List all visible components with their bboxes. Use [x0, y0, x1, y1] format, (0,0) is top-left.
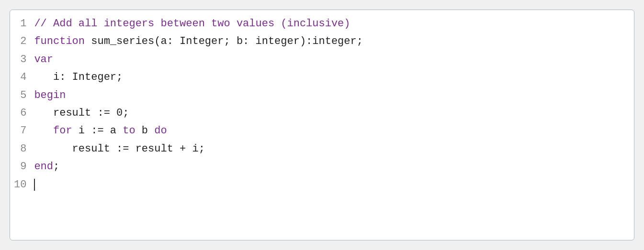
line-content-4: i: Integer; [34, 68, 634, 86]
line-number-8: 8 [10, 140, 34, 158]
keyword-begin: begin [34, 89, 66, 101]
keyword-do: do [154, 125, 167, 137]
code-text: sum_series(a: Integer; b: integer):integ… [85, 35, 363, 47]
code-text: ; [53, 161, 59, 173]
code-text: i := a [72, 125, 123, 137]
code-text [34, 125, 53, 137]
code-line-3: 3 var [10, 51, 634, 68]
code-line-6: 6 result := 0; [10, 104, 634, 122]
line-number-6: 6 [10, 104, 34, 122]
code-text: result := result + i; [34, 143, 204, 155]
line-content-8: result := result + i; [34, 140, 634, 158]
line-content-5: begin [34, 87, 634, 104]
code-line-1: 1 // Add all integers between two values… [10, 15, 634, 33]
line-number-5: 5 [10, 87, 34, 104]
line-number-4: 4 [10, 68, 34, 86]
line-content-6: result := 0; [34, 104, 634, 122]
code-text: result := 0; [34, 107, 129, 119]
line-content-7: for i := a to b do [34, 122, 634, 140]
line-number-7: 7 [10, 122, 34, 140]
comment-span: // Add all integers between two values (… [34, 18, 350, 30]
keyword-var: var [34, 54, 53, 65]
code-line-5: 5 begin [10, 87, 634, 104]
line-number-3: 3 [10, 51, 34, 68]
keyword-function: function [34, 35, 85, 47]
line-content-3: var [34, 51, 634, 68]
line-content-2: function sum_series(a: Integer; b: integ… [34, 33, 634, 50]
keyword-to: to [123, 125, 135, 137]
code-line-7: 7 for i := a to b do [10, 122, 634, 140]
code-line-2: 2 function sum_series(a: Integer; b: int… [10, 33, 634, 50]
line-number-2: 2 [10, 33, 34, 50]
code-text: b [136, 125, 155, 137]
text-cursor [34, 179, 35, 190]
code-text: i: Integer; [34, 71, 123, 83]
code-editor[interactable]: 1 // Add all integers between two values… [10, 10, 634, 240]
line-content-10 [34, 176, 634, 194]
line-content-9: end; [34, 158, 634, 175]
line-content-1: // Add all integers between two values (… [34, 15, 634, 33]
code-line-9: 9 end; [10, 158, 634, 175]
code-line-8: 8 result := result + i; [10, 140, 634, 158]
keyword-for: for [53, 125, 72, 137]
code-line-4: 4 i: Integer; [10, 68, 634, 86]
line-number-1: 1 [10, 15, 34, 33]
code-line-10: 10 [10, 176, 634, 194]
line-number-9: 9 [10, 158, 34, 175]
keyword-end: end [34, 161, 53, 173]
code-area: 1 // Add all integers between two values… [10, 15, 634, 194]
line-number-10: 10 [10, 176, 34, 194]
